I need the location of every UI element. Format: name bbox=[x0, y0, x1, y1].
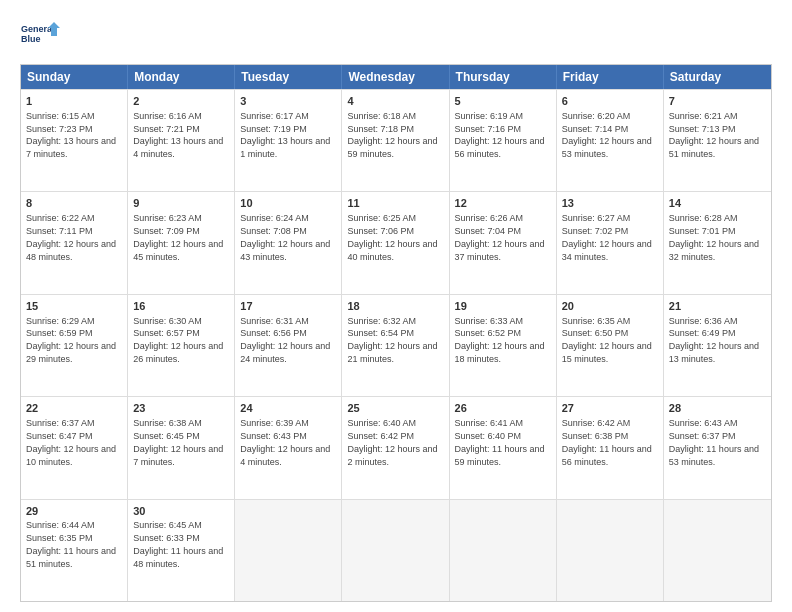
day-number: 29 bbox=[26, 504, 122, 519]
logo-svg: General Blue bbox=[20, 18, 60, 54]
day-cell-26: 26 Sunrise: 6:41 AMSunset: 6:40 PMDaylig… bbox=[450, 397, 557, 498]
header-day-friday: Friday bbox=[557, 65, 664, 89]
day-cell-30: 30 Sunrise: 6:45 AMSunset: 6:33 PMDaylig… bbox=[128, 500, 235, 601]
cell-info: Sunrise: 6:44 AMSunset: 6:35 PMDaylight:… bbox=[26, 520, 116, 568]
day-number: 15 bbox=[26, 299, 122, 314]
day-cell-22: 22 Sunrise: 6:37 AMSunset: 6:47 PMDaylig… bbox=[21, 397, 128, 498]
cell-info: Sunrise: 6:26 AMSunset: 7:04 PMDaylight:… bbox=[455, 213, 545, 261]
cell-info: Sunrise: 6:41 AMSunset: 6:40 PMDaylight:… bbox=[455, 418, 545, 466]
day-cell-2: 2 Sunrise: 6:16 AMSunset: 7:21 PMDayligh… bbox=[128, 90, 235, 191]
cell-info: Sunrise: 6:40 AMSunset: 6:42 PMDaylight:… bbox=[347, 418, 437, 466]
logo: General Blue bbox=[20, 18, 60, 54]
empty-cell bbox=[450, 500, 557, 601]
day-number: 14 bbox=[669, 196, 766, 211]
day-number: 4 bbox=[347, 94, 443, 109]
header-day-tuesday: Tuesday bbox=[235, 65, 342, 89]
day-cell-9: 9 Sunrise: 6:23 AMSunset: 7:09 PMDayligh… bbox=[128, 192, 235, 293]
day-number: 11 bbox=[347, 196, 443, 211]
cell-info: Sunrise: 6:19 AMSunset: 7:16 PMDaylight:… bbox=[455, 111, 545, 159]
header-day-sunday: Sunday bbox=[21, 65, 128, 89]
day-cell-15: 15 Sunrise: 6:29 AMSunset: 6:59 PMDaylig… bbox=[21, 295, 128, 396]
day-number: 22 bbox=[26, 401, 122, 416]
cell-info: Sunrise: 6:27 AMSunset: 7:02 PMDaylight:… bbox=[562, 213, 652, 261]
day-number: 8 bbox=[26, 196, 122, 211]
calendar-row-3: 22 Sunrise: 6:37 AMSunset: 6:47 PMDaylig… bbox=[21, 396, 771, 498]
day-cell-20: 20 Sunrise: 6:35 AMSunset: 6:50 PMDaylig… bbox=[557, 295, 664, 396]
cell-info: Sunrise: 6:16 AMSunset: 7:21 PMDaylight:… bbox=[133, 111, 223, 159]
day-cell-6: 6 Sunrise: 6:20 AMSunset: 7:14 PMDayligh… bbox=[557, 90, 664, 191]
cell-info: Sunrise: 6:24 AMSunset: 7:08 PMDaylight:… bbox=[240, 213, 330, 261]
calendar: SundayMondayTuesdayWednesdayThursdayFrid… bbox=[20, 64, 772, 602]
cell-info: Sunrise: 6:20 AMSunset: 7:14 PMDaylight:… bbox=[562, 111, 652, 159]
day-cell-5: 5 Sunrise: 6:19 AMSunset: 7:16 PMDayligh… bbox=[450, 90, 557, 191]
day-cell-4: 4 Sunrise: 6:18 AMSunset: 7:18 PMDayligh… bbox=[342, 90, 449, 191]
day-cell-16: 16 Sunrise: 6:30 AMSunset: 6:57 PMDaylig… bbox=[128, 295, 235, 396]
day-cell-11: 11 Sunrise: 6:25 AMSunset: 7:06 PMDaylig… bbox=[342, 192, 449, 293]
cell-info: Sunrise: 6:23 AMSunset: 7:09 PMDaylight:… bbox=[133, 213, 223, 261]
day-number: 12 bbox=[455, 196, 551, 211]
day-cell-17: 17 Sunrise: 6:31 AMSunset: 6:56 PMDaylig… bbox=[235, 295, 342, 396]
day-cell-12: 12 Sunrise: 6:26 AMSunset: 7:04 PMDaylig… bbox=[450, 192, 557, 293]
cell-info: Sunrise: 6:22 AMSunset: 7:11 PMDaylight:… bbox=[26, 213, 116, 261]
day-cell-21: 21 Sunrise: 6:36 AMSunset: 6:49 PMDaylig… bbox=[664, 295, 771, 396]
day-cell-19: 19 Sunrise: 6:33 AMSunset: 6:52 PMDaylig… bbox=[450, 295, 557, 396]
day-cell-1: 1 Sunrise: 6:15 AMSunset: 7:23 PMDayligh… bbox=[21, 90, 128, 191]
day-number: 23 bbox=[133, 401, 229, 416]
day-cell-24: 24 Sunrise: 6:39 AMSunset: 6:43 PMDaylig… bbox=[235, 397, 342, 498]
day-number: 20 bbox=[562, 299, 658, 314]
empty-cell bbox=[557, 500, 664, 601]
cell-info: Sunrise: 6:25 AMSunset: 7:06 PMDaylight:… bbox=[347, 213, 437, 261]
empty-cell bbox=[235, 500, 342, 601]
cell-info: Sunrise: 6:33 AMSunset: 6:52 PMDaylight:… bbox=[455, 316, 545, 364]
header-day-monday: Monday bbox=[128, 65, 235, 89]
day-number: 27 bbox=[562, 401, 658, 416]
day-number: 19 bbox=[455, 299, 551, 314]
day-number: 18 bbox=[347, 299, 443, 314]
day-number: 5 bbox=[455, 94, 551, 109]
cell-info: Sunrise: 6:29 AMSunset: 6:59 PMDaylight:… bbox=[26, 316, 116, 364]
day-cell-23: 23 Sunrise: 6:38 AMSunset: 6:45 PMDaylig… bbox=[128, 397, 235, 498]
page: General Blue SundayMondayTuesdayWednesda… bbox=[0, 0, 792, 612]
cell-info: Sunrise: 6:18 AMSunset: 7:18 PMDaylight:… bbox=[347, 111, 437, 159]
cell-info: Sunrise: 6:45 AMSunset: 6:33 PMDaylight:… bbox=[133, 520, 223, 568]
day-cell-7: 7 Sunrise: 6:21 AMSunset: 7:13 PMDayligh… bbox=[664, 90, 771, 191]
empty-cell bbox=[342, 500, 449, 601]
day-cell-18: 18 Sunrise: 6:32 AMSunset: 6:54 PMDaylig… bbox=[342, 295, 449, 396]
day-cell-27: 27 Sunrise: 6:42 AMSunset: 6:38 PMDaylig… bbox=[557, 397, 664, 498]
day-cell-8: 8 Sunrise: 6:22 AMSunset: 7:11 PMDayligh… bbox=[21, 192, 128, 293]
header-day-saturday: Saturday bbox=[664, 65, 771, 89]
cell-info: Sunrise: 6:32 AMSunset: 6:54 PMDaylight:… bbox=[347, 316, 437, 364]
day-number: 9 bbox=[133, 196, 229, 211]
calendar-body: 1 Sunrise: 6:15 AMSunset: 7:23 PMDayligh… bbox=[21, 89, 771, 601]
header-day-thursday: Thursday bbox=[450, 65, 557, 89]
cell-info: Sunrise: 6:28 AMSunset: 7:01 PMDaylight:… bbox=[669, 213, 759, 261]
cell-info: Sunrise: 6:31 AMSunset: 6:56 PMDaylight:… bbox=[240, 316, 330, 364]
cell-info: Sunrise: 6:35 AMSunset: 6:50 PMDaylight:… bbox=[562, 316, 652, 364]
cell-info: Sunrise: 6:43 AMSunset: 6:37 PMDaylight:… bbox=[669, 418, 759, 466]
day-number: 17 bbox=[240, 299, 336, 314]
day-cell-14: 14 Sunrise: 6:28 AMSunset: 7:01 PMDaylig… bbox=[664, 192, 771, 293]
day-number: 1 bbox=[26, 94, 122, 109]
empty-cell bbox=[664, 500, 771, 601]
header-day-wednesday: Wednesday bbox=[342, 65, 449, 89]
day-number: 10 bbox=[240, 196, 336, 211]
cell-info: Sunrise: 6:15 AMSunset: 7:23 PMDaylight:… bbox=[26, 111, 116, 159]
cell-info: Sunrise: 6:37 AMSunset: 6:47 PMDaylight:… bbox=[26, 418, 116, 466]
day-number: 6 bbox=[562, 94, 658, 109]
cell-info: Sunrise: 6:38 AMSunset: 6:45 PMDaylight:… bbox=[133, 418, 223, 466]
day-number: 3 bbox=[240, 94, 336, 109]
day-cell-28: 28 Sunrise: 6:43 AMSunset: 6:37 PMDaylig… bbox=[664, 397, 771, 498]
day-number: 7 bbox=[669, 94, 766, 109]
header: General Blue bbox=[20, 18, 772, 54]
calendar-header: SundayMondayTuesdayWednesdayThursdayFrid… bbox=[21, 65, 771, 89]
day-cell-3: 3 Sunrise: 6:17 AMSunset: 7:19 PMDayligh… bbox=[235, 90, 342, 191]
svg-text:General: General bbox=[21, 24, 55, 34]
calendar-row-1: 8 Sunrise: 6:22 AMSunset: 7:11 PMDayligh… bbox=[21, 191, 771, 293]
day-number: 16 bbox=[133, 299, 229, 314]
calendar-row-0: 1 Sunrise: 6:15 AMSunset: 7:23 PMDayligh… bbox=[21, 89, 771, 191]
day-cell-10: 10 Sunrise: 6:24 AMSunset: 7:08 PMDaylig… bbox=[235, 192, 342, 293]
calendar-row-4: 29 Sunrise: 6:44 AMSunset: 6:35 PMDaylig… bbox=[21, 499, 771, 601]
day-number: 24 bbox=[240, 401, 336, 416]
cell-info: Sunrise: 6:39 AMSunset: 6:43 PMDaylight:… bbox=[240, 418, 330, 466]
day-cell-13: 13 Sunrise: 6:27 AMSunset: 7:02 PMDaylig… bbox=[557, 192, 664, 293]
